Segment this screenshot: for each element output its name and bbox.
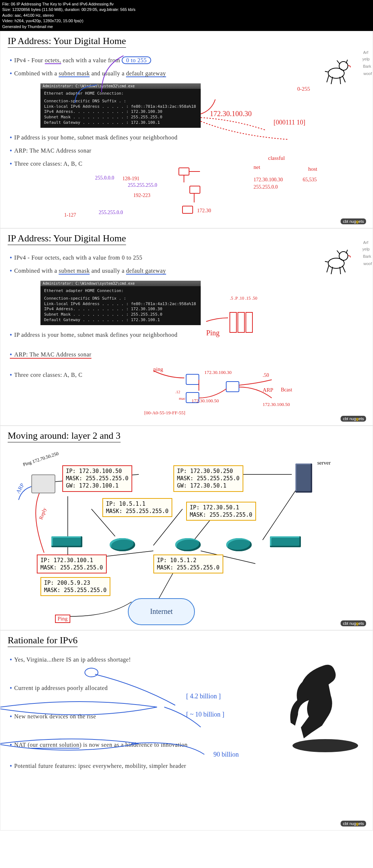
card-r2: IP: 172.30.50.1MASK: 255.255.255.0 — [186, 502, 256, 521]
thinker-statue — [289, 655, 362, 753]
router-2 — [175, 538, 201, 551]
file-info-header: File: 06 IP Addressing The Key to IPv4 a… — [0, 0, 373, 31]
ann-classful: classful — [268, 155, 285, 161]
router-1 — [110, 538, 135, 551]
card-r4: IP: 10.5.1.2MASK: 255.255.255.0 — [153, 555, 223, 574]
svg-point-14 — [85, 668, 98, 677]
ann-arp: ARP — [263, 387, 273, 393]
svg-rect-2 — [179, 168, 189, 175]
ann-ping-box: Ping — [55, 615, 70, 623]
ann-p3: 255.255.0.0 — [99, 210, 123, 216]
dog-illustration: Arf yelp Bark woof — [320, 53, 362, 86]
ann-4b: [ 4.2 billion ] — [186, 693, 221, 700]
frame-1: IP Address: Your Digital Home •IPv4 - Fo… — [0, 31, 373, 228]
card-r1: IP: 10.5.1.1MASK: 255.255.255.0 — [102, 498, 172, 517]
f2b4: •ARP: The MAC Address sonar — [10, 351, 91, 359]
server-label: server — [317, 460, 331, 466]
ann-ping: Ping — [206, 329, 220, 337]
svg-point-13 — [292, 739, 358, 752]
ann-p2: ping — [153, 366, 163, 372]
frame-2: IP Address: Your Digital Home •IPv4 - Fo… — [0, 228, 373, 426]
arrows-1 — [40, 54, 299, 149]
svg-rect-8 — [238, 312, 244, 332]
svg-rect-3 — [190, 186, 200, 193]
ellipses — [0, 652, 284, 780]
ann-mac: [00-A0-55-19-FF-55] — [144, 410, 185, 416]
ann-host: host — [308, 166, 317, 172]
frame-4: Rationale for IPv6 •Yes, Virginia...ther… — [0, 630, 373, 830]
ann-n3: 65,535 — [303, 177, 317, 183]
ann-n2: 255.255.0.0 — [254, 184, 278, 190]
ann-c3: 192-223 — [133, 193, 150, 198]
ann-0255: 0-255 — [297, 86, 310, 92]
svg-rect-10 — [186, 374, 199, 384]
title-2: IP Address: Your Digital Home — [8, 233, 126, 245]
network-icons — [175, 166, 212, 217]
title-4: Rationale for IPv6 — [8, 635, 78, 647]
card-pc: IP: 172.30.100.50MASK: 255.255.255.0GW: … — [62, 465, 132, 492]
gen-line: Generated by Thumbnail me — [2, 24, 371, 29]
server-icon — [295, 463, 312, 493]
frame-3: Moving around: layer 2 and 3 IP: 172.30.… — [0, 426, 373, 630]
cbt-logo-2: cbt nuggets — [341, 416, 366, 422]
file-line: File: 06 IP Addressing The Key to IPv4 a… — [2, 1, 371, 7]
svg-rect-9 — [246, 312, 252, 332]
ann-net: net — [254, 164, 260, 170]
ann-p1: 255.0.0.0 — [95, 175, 114, 181]
svg-rect-4 — [182, 206, 193, 213]
pc-icon — [31, 474, 55, 493]
ipconfig-window-2: Administrator: C:\Windows\system32\cmd.e… — [40, 281, 201, 325]
ann-10b: [ ~ 10 billion ] — [186, 711, 224, 718]
switch-2 — [270, 536, 301, 547]
router-3 — [226, 538, 252, 551]
internet-cloud: Internet — [128, 598, 195, 625]
f2b2: •Combined with a subnet mask and usually… — [10, 268, 373, 274]
dog-illustration-2: Arf yelp Bark woof — [320, 243, 362, 276]
f2b1: •IPv4 - Four octets, each with a value f… — [10, 255, 373, 261]
ann-mac2: mac — [179, 396, 185, 401]
ann-ip2: 172.30.100.50 — [192, 398, 219, 404]
cbt-logo-4: cbt nuggets — [341, 821, 366, 826]
title-1: IP Address: Your Digital Home — [8, 36, 126, 48]
ann-12: .12 — [175, 390, 180, 394]
switch-1 — [51, 536, 82, 547]
ann-n1: 172.30.100.30 — [254, 177, 283, 183]
svg-rect-7 — [230, 312, 236, 332]
video-line: Video: h264, yuv420p, 1280x720, 15.00 fp… — [2, 18, 371, 24]
cbt-logo-3: cbt nuggets — [341, 620, 366, 626]
card-srv: IP: 172.30.50.250MASK: 255.255.255.0GW: … — [173, 465, 243, 492]
ann-c2: 128-191 — [122, 176, 140, 182]
ann-sp: .5 .P .10 .15 .50 — [230, 296, 257, 301]
ann-90b: 90 billion — [213, 751, 239, 758]
card-r3: IP: 172.30.100.1MASK: 255.255.255.0 — [37, 555, 107, 574]
f2b3: •IP address is your home, subnet mask de… — [10, 332, 373, 338]
ann-50: .50 — [263, 372, 269, 378]
size-line: Size: 12320856 bytes (11.50 MiB), durati… — [2, 7, 371, 12]
ann-ip1: 172.30.100.30 — [204, 370, 232, 375]
ann-p2: 255.255.255.0 — [128, 182, 157, 188]
ann-ip2b: 172.30.100.50 — [263, 402, 290, 407]
ann-bc: Bcast — [281, 387, 292, 393]
cbt-logo: cbt nuggets — [341, 218, 366, 224]
svg-rect-12 — [226, 382, 239, 392]
ann-c1: 1-127 — [64, 212, 76, 218]
audio-line: Audio: aac, 44100 Hz, stereo — [2, 13, 371, 18]
card-r5: IP: 200.5.9.23MASK: 255.255.255.0 — [40, 577, 110, 596]
title-3: Moving around: layer 2 and 3 — [8, 430, 121, 442]
